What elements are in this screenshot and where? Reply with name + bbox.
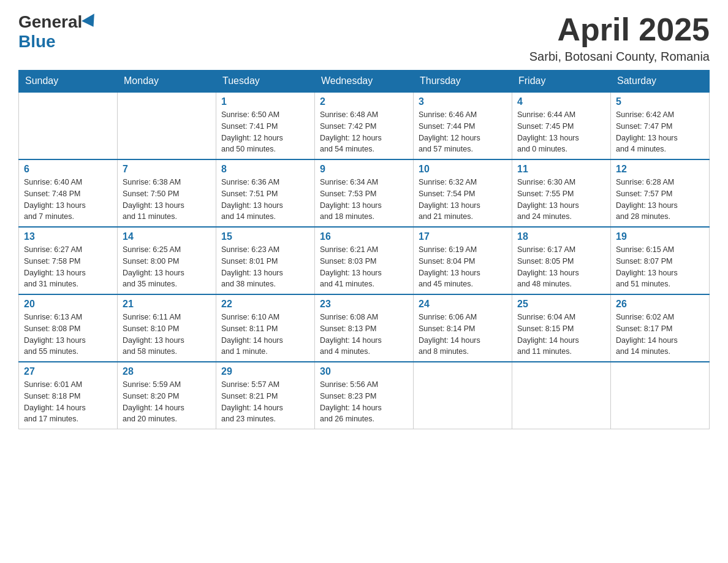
day-info: Sunrise: 5:57 AM Sunset: 8:21 PM Dayligh… bbox=[221, 379, 309, 425]
day-number: 1 bbox=[221, 96, 309, 107]
day-info: Sunrise: 6:02 AM Sunset: 8:17 PM Dayligh… bbox=[616, 312, 704, 358]
week-row-2: 6Sunrise: 6:40 AM Sunset: 7:48 PM Daylig… bbox=[19, 159, 710, 227]
day-info: Sunrise: 6:08 AM Sunset: 8:13 PM Dayligh… bbox=[320, 312, 408, 358]
calendar-cell: 19Sunrise: 6:15 AM Sunset: 8:07 PM Dayli… bbox=[611, 227, 710, 294]
calendar-cell: 8Sunrise: 6:36 AM Sunset: 7:51 PM Daylig… bbox=[216, 159, 315, 227]
calendar-cell: 27Sunrise: 6:01 AM Sunset: 8:18 PM Dayli… bbox=[19, 362, 118, 429]
day-info: Sunrise: 5:56 AM Sunset: 8:23 PM Dayligh… bbox=[320, 379, 408, 425]
day-number: 27 bbox=[24, 366, 112, 377]
day-number: 10 bbox=[419, 164, 507, 175]
logo-blue-text: Blue bbox=[18, 32, 56, 52]
logo-general-text: General bbox=[18, 12, 82, 32]
day-info: Sunrise: 6:28 AM Sunset: 7:57 PM Dayligh… bbox=[616, 177, 704, 223]
day-number: 30 bbox=[320, 366, 408, 377]
calendar-cell: 13Sunrise: 6:27 AM Sunset: 7:58 PM Dayli… bbox=[19, 227, 118, 294]
location-text: Sarbi, Botosani County, Romania bbox=[529, 50, 710, 64]
calendar-cell bbox=[611, 362, 710, 429]
day-number: 14 bbox=[123, 231, 211, 242]
day-info: Sunrise: 6:04 AM Sunset: 8:15 PM Dayligh… bbox=[517, 312, 605, 358]
day-number: 3 bbox=[419, 96, 507, 107]
calendar-cell: 26Sunrise: 6:02 AM Sunset: 8:17 PM Dayli… bbox=[611, 294, 710, 362]
day-info: Sunrise: 6:50 AM Sunset: 7:41 PM Dayligh… bbox=[221, 109, 309, 155]
day-info: Sunrise: 6:27 AM Sunset: 7:58 PM Dayligh… bbox=[24, 244, 112, 290]
calendar-cell: 17Sunrise: 6:19 AM Sunset: 8:04 PM Dayli… bbox=[414, 227, 512, 294]
day-number: 5 bbox=[616, 96, 704, 107]
calendar-cell: 28Sunrise: 5:59 AM Sunset: 8:20 PM Dayli… bbox=[118, 362, 216, 429]
day-number: 8 bbox=[221, 164, 309, 175]
day-info: Sunrise: 6:38 AM Sunset: 7:50 PM Dayligh… bbox=[123, 177, 211, 223]
col-header-saturday: Saturday bbox=[611, 71, 710, 93]
calendar-cell: 25Sunrise: 6:04 AM Sunset: 8:15 PM Dayli… bbox=[512, 294, 611, 362]
day-number: 21 bbox=[123, 299, 211, 310]
calendar-cell: 4Sunrise: 6:44 AM Sunset: 7:45 PM Daylig… bbox=[512, 92, 611, 159]
week-row-4: 20Sunrise: 6:13 AM Sunset: 8:08 PM Dayli… bbox=[19, 294, 710, 362]
calendar-cell bbox=[512, 362, 611, 429]
day-number: 25 bbox=[517, 299, 605, 310]
col-header-wednesday: Wednesday bbox=[315, 71, 414, 93]
month-title: April 2025 bbox=[529, 12, 710, 47]
calendar-cell: 10Sunrise: 6:32 AM Sunset: 7:54 PM Dayli… bbox=[414, 159, 512, 227]
day-info: Sunrise: 6:10 AM Sunset: 8:11 PM Dayligh… bbox=[221, 312, 309, 358]
calendar-cell: 18Sunrise: 6:17 AM Sunset: 8:05 PM Dayli… bbox=[512, 227, 611, 294]
day-info: Sunrise: 6:06 AM Sunset: 8:14 PM Dayligh… bbox=[419, 312, 507, 358]
day-info: Sunrise: 6:44 AM Sunset: 7:45 PM Dayligh… bbox=[517, 109, 605, 155]
calendar-cell: 7Sunrise: 6:38 AM Sunset: 7:50 PM Daylig… bbox=[118, 159, 216, 227]
calendar-cell: 23Sunrise: 6:08 AM Sunset: 8:13 PM Dayli… bbox=[315, 294, 414, 362]
calendar-cell bbox=[19, 92, 118, 159]
day-number: 15 bbox=[221, 231, 309, 242]
col-header-monday: Monday bbox=[118, 71, 216, 93]
day-info: Sunrise: 6:30 AM Sunset: 7:55 PM Dayligh… bbox=[517, 177, 605, 223]
day-info: Sunrise: 6:48 AM Sunset: 7:42 PM Dayligh… bbox=[320, 109, 408, 155]
day-info: Sunrise: 6:46 AM Sunset: 7:44 PM Dayligh… bbox=[419, 109, 507, 155]
logo-arrow-icon bbox=[82, 13, 100, 31]
day-number: 2 bbox=[320, 96, 408, 107]
day-info: Sunrise: 5:59 AM Sunset: 8:20 PM Dayligh… bbox=[123, 379, 211, 425]
calendar-cell: 6Sunrise: 6:40 AM Sunset: 7:48 PM Daylig… bbox=[19, 159, 118, 227]
calendar-cell: 15Sunrise: 6:23 AM Sunset: 8:01 PM Dayli… bbox=[216, 227, 315, 294]
calendar-cell: 22Sunrise: 6:10 AM Sunset: 8:11 PM Dayli… bbox=[216, 294, 315, 362]
day-info: Sunrise: 6:11 AM Sunset: 8:10 PM Dayligh… bbox=[123, 312, 211, 358]
day-number: 20 bbox=[24, 299, 112, 310]
col-header-tuesday: Tuesday bbox=[216, 71, 315, 93]
calendar-cell: 21Sunrise: 6:11 AM Sunset: 8:10 PM Dayli… bbox=[118, 294, 216, 362]
calendar-header-row: SundayMondayTuesdayWednesdayThursdayFrid… bbox=[19, 71, 710, 93]
day-number: 16 bbox=[320, 231, 408, 242]
day-info: Sunrise: 6:21 AM Sunset: 8:03 PM Dayligh… bbox=[320, 244, 408, 290]
day-info: Sunrise: 6:42 AM Sunset: 7:47 PM Dayligh… bbox=[616, 109, 704, 155]
calendar-cell: 20Sunrise: 6:13 AM Sunset: 8:08 PM Dayli… bbox=[19, 294, 118, 362]
week-row-1: 1Sunrise: 6:50 AM Sunset: 7:41 PM Daylig… bbox=[19, 92, 710, 159]
day-info: Sunrise: 6:40 AM Sunset: 7:48 PM Dayligh… bbox=[24, 177, 112, 223]
calendar-cell: 30Sunrise: 5:56 AM Sunset: 8:23 PM Dayli… bbox=[315, 362, 414, 429]
calendar-cell bbox=[414, 362, 512, 429]
logo: General Blue bbox=[18, 12, 99, 52]
day-number: 17 bbox=[419, 231, 507, 242]
calendar-cell: 14Sunrise: 6:25 AM Sunset: 8:00 PM Dayli… bbox=[118, 227, 216, 294]
day-number: 11 bbox=[517, 164, 605, 175]
day-info: Sunrise: 6:25 AM Sunset: 8:00 PM Dayligh… bbox=[123, 244, 211, 290]
day-number: 22 bbox=[221, 299, 309, 310]
calendar-cell: 24Sunrise: 6:06 AM Sunset: 8:14 PM Dayli… bbox=[414, 294, 512, 362]
day-info: Sunrise: 6:15 AM Sunset: 8:07 PM Dayligh… bbox=[616, 244, 704, 290]
day-info: Sunrise: 6:23 AM Sunset: 8:01 PM Dayligh… bbox=[221, 244, 309, 290]
day-number: 19 bbox=[616, 231, 704, 242]
day-info: Sunrise: 6:36 AM Sunset: 7:51 PM Dayligh… bbox=[221, 177, 309, 223]
day-number: 18 bbox=[517, 231, 605, 242]
title-block: April 2025 Sarbi, Botosani County, Roman… bbox=[529, 12, 710, 64]
day-info: Sunrise: 6:34 AM Sunset: 7:53 PM Dayligh… bbox=[320, 177, 408, 223]
calendar-cell: 5Sunrise: 6:42 AM Sunset: 7:47 PM Daylig… bbox=[611, 92, 710, 159]
col-header-thursday: Thursday bbox=[414, 71, 512, 93]
calendar-cell: 12Sunrise: 6:28 AM Sunset: 7:57 PM Dayli… bbox=[611, 159, 710, 227]
col-header-sunday: Sunday bbox=[19, 71, 118, 93]
day-number: 29 bbox=[221, 366, 309, 377]
day-number: 7 bbox=[123, 164, 211, 175]
calendar-cell: 16Sunrise: 6:21 AM Sunset: 8:03 PM Dayli… bbox=[315, 227, 414, 294]
day-info: Sunrise: 6:32 AM Sunset: 7:54 PM Dayligh… bbox=[419, 177, 507, 223]
day-info: Sunrise: 6:13 AM Sunset: 8:08 PM Dayligh… bbox=[24, 312, 112, 358]
day-number: 9 bbox=[320, 164, 408, 175]
day-info: Sunrise: 6:19 AM Sunset: 8:04 PM Dayligh… bbox=[419, 244, 507, 290]
day-info: Sunrise: 6:01 AM Sunset: 8:18 PM Dayligh… bbox=[24, 379, 112, 425]
day-number: 12 bbox=[616, 164, 704, 175]
week-row-3: 13Sunrise: 6:27 AM Sunset: 7:58 PM Dayli… bbox=[19, 227, 710, 294]
page-header: General Blue April 2025 Sarbi, Botosani … bbox=[18, 12, 710, 64]
day-number: 4 bbox=[517, 96, 605, 107]
